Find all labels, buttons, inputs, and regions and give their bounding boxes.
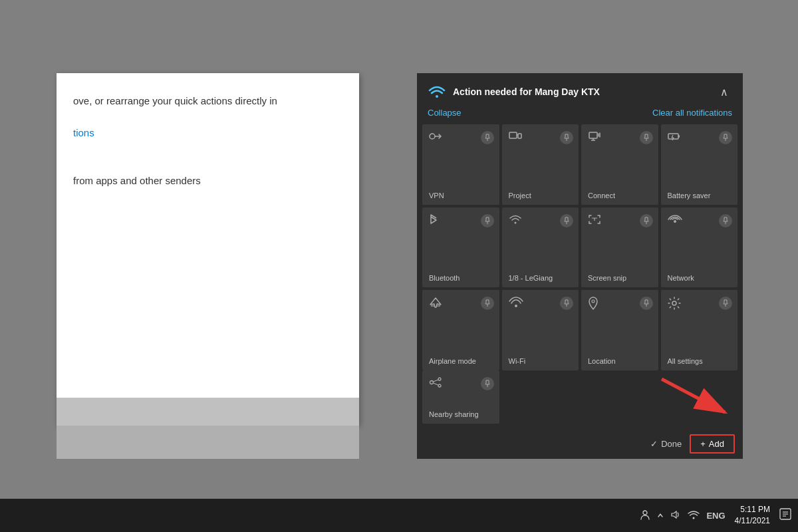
taskbar-date: 4/11/2021 [735, 515, 770, 527]
done-button[interactable]: ✓ Done [650, 439, 682, 449]
action-center-title: Action needed for Mang Day KTX [453, 86, 710, 97]
svg-point-30 [672, 301, 676, 305]
tile-screen-snip[interactable]: Screen snip [581, 207, 658, 288]
tile-vpn[interactable]: VPN [422, 124, 499, 205]
clear-all-button[interactable]: Clear all notifications [652, 108, 732, 118]
taskbar-datetime[interactable]: 5:11 PM 4/11/2021 [735, 504, 770, 527]
battery-saver-icon [668, 131, 681, 145]
quick-actions-grid: VPN Project [417, 124, 743, 370]
airplane-mode-icon [429, 297, 442, 312]
action-center-bottom-bar: ✓ Done + Add [417, 429, 743, 459]
tile-airplane-mode-label: Airplane mode [429, 357, 494, 365]
nearby-sharing-icon [429, 377, 442, 391]
svg-point-26 [515, 305, 517, 307]
tile-vpn-label: VPN [429, 192, 494, 200]
svg-point-39 [643, 511, 647, 515]
tile-connect[interactable]: Connect [581, 124, 658, 205]
tile-location[interactable]: Location [581, 290, 658, 370]
tile-nearby-sharing[interactable]: Nearby sharing [422, 370, 499, 424]
svg-point-33 [438, 378, 441, 380]
action-center-actions-bar: Collapse Clear all notifications [417, 108, 743, 124]
tile-connect-label: Connect [588, 192, 653, 200]
wifi-network-icon [509, 214, 522, 228]
svg-point-32 [430, 381, 434, 384]
svg-point-21 [674, 220, 676, 223]
network-pin-icon [719, 214, 732, 227]
taskbar-time: 5:11 PM [740, 504, 770, 515]
add-plus-icon: + [700, 439, 706, 449]
all-settings-pin-icon [719, 297, 732, 310]
tile-all-settings-label: All settings [668, 357, 733, 365]
add-button[interactable]: + Add [690, 434, 735, 454]
location-pin-icon [640, 297, 653, 310]
battery-saver-pin-icon [719, 131, 732, 144]
network-icon [668, 214, 682, 228]
svg-point-18 [514, 221, 516, 223]
project-pin-icon [560, 131, 573, 144]
empty-cell-3 [661, 370, 738, 424]
svg-rect-7 [589, 132, 597, 138]
tile-wifi-icon [509, 297, 523, 311]
svg-point-34 [438, 384, 441, 387]
done-checkmark-icon: ✓ [650, 439, 658, 449]
tile-battery-saver-label: Battery saver [668, 192, 733, 200]
quick-actions-last-row: Nearby sharing [417, 370, 743, 429]
settings-text-2: from apps and other senders [73, 173, 342, 189]
left-settings-panel: ove, or rearrange your quick actions dir… [57, 73, 359, 426]
vpn-pin-icon [481, 131, 494, 144]
screen-snip-pin-icon [640, 214, 653, 227]
wifi-pin-icon [560, 297, 573, 310]
settings-text-1: ove, or rearrange your quick actions dir… [73, 93, 342, 109]
svg-line-36 [434, 383, 439, 385]
action-center-panel: Action needed for Mang Day KTX ∧ Collaps… [417, 73, 743, 459]
connect-icon [588, 131, 601, 145]
tile-bluetooth[interactable]: Bluetooth [422, 207, 499, 288]
action-center-close-button[interactable]: ∧ [716, 84, 732, 100]
svg-point-40 [693, 517, 695, 519]
collapse-button[interactable]: Collapse [428, 108, 462, 118]
gray-strip [57, 426, 359, 459]
svg-line-35 [434, 380, 439, 382]
tile-location-label: Location [588, 357, 653, 365]
all-settings-icon [668, 297, 681, 313]
taskbar-system-icons: ENG [640, 509, 725, 522]
action-center-header: Action needed for Mang Day KTX ∧ [417, 73, 743, 108]
svg-rect-3 [509, 132, 517, 138]
chevron-up-icon[interactable] [657, 510, 664, 521]
project-icon [509, 131, 522, 145]
settings-link[interactable]: tions [73, 127, 94, 138]
location-icon [588, 297, 598, 313]
empty-cell-1 [502, 370, 579, 424]
taskbar: ENG 5:11 PM 4/11/2021 [0, 499, 798, 532]
lang-label[interactable]: ENG [706, 511, 725, 521]
taskbar-wifi-icon[interactable] [688, 510, 700, 521]
tile-network-label: Network [668, 274, 733, 282]
tile-airplane-mode[interactable]: Airplane mode [422, 290, 499, 370]
vpn-icon [429, 131, 442, 145]
notification-center-icon[interactable] [779, 508, 791, 523]
person-icon[interactable] [640, 509, 650, 522]
tile-battery-saver[interactable]: Battery saver [661, 124, 738, 205]
svg-point-0 [436, 95, 438, 98]
screen-snip-icon [588, 214, 601, 228]
add-label: Add [709, 439, 724, 449]
bluetooth-icon [429, 214, 438, 229]
svg-line-13 [672, 135, 673, 138]
tile-network[interactable]: Network [661, 207, 738, 288]
svg-point-28 [592, 300, 595, 303]
volume-icon[interactable] [670, 509, 681, 522]
tile-wifi[interactable]: Wi-Fi [502, 290, 579, 370]
tile-project-label: Project [509, 192, 574, 200]
tile-wifi-network[interactable]: 1/8 - LeGiang [502, 207, 579, 288]
ac-wifi-icon [428, 82, 446, 101]
nearby-sharing-pin-icon [481, 377, 494, 390]
left-panel-bottom-bar [57, 398, 359, 426]
tile-nearby-sharing-label: Nearby sharing [429, 410, 494, 418]
tile-all-settings[interactable]: All settings [661, 290, 738, 370]
empty-cell-2 [581, 370, 658, 424]
svg-rect-12 [678, 135, 680, 138]
connect-pin-icon [640, 131, 653, 144]
tile-project[interactable]: Project [502, 124, 579, 205]
bluetooth-pin-icon [481, 214, 494, 227]
svg-point-1 [430, 134, 435, 139]
